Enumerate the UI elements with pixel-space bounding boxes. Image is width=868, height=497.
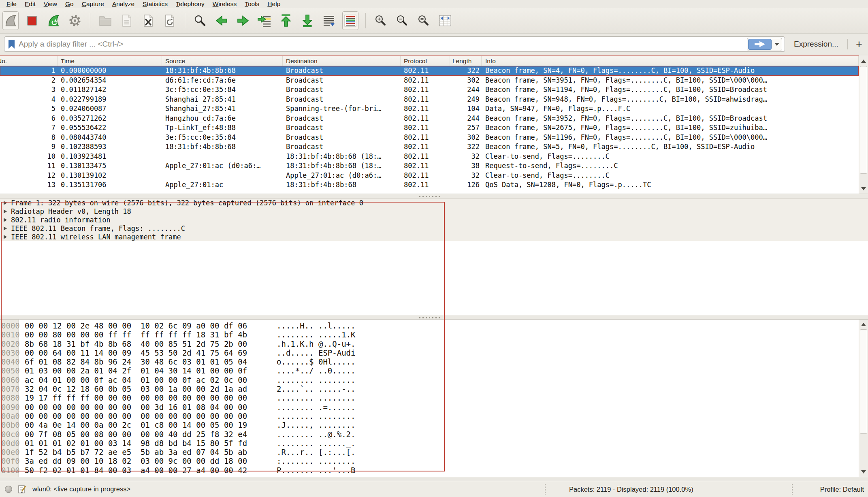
open-file-button[interactable] bbox=[97, 11, 113, 30]
zoom-out-button[interactable] bbox=[394, 11, 410, 30]
go-to-packet-button[interactable] bbox=[256, 11, 273, 30]
save-file-button[interactable] bbox=[119, 11, 135, 30]
packet-row-7[interactable]: 70.055536422Tp-LinkT_ef:48:88Broadcast80… bbox=[0, 123, 859, 133]
find-packet-button[interactable] bbox=[192, 11, 208, 30]
hex-row[interactable]: 009000 00 00 00 00 00 00 00 00 3d 16 01 … bbox=[0, 403, 859, 412]
expert-info-icon[interactable] bbox=[5, 486, 12, 493]
packet-row-4[interactable]: 40.022799189Shanghai_27:85:41Broadcast80… bbox=[0, 95, 859, 105]
menu-view[interactable]: View bbox=[40, 0, 61, 8]
menu-telephony[interactable]: Telephony bbox=[172, 0, 209, 8]
apply-filter-button[interactable] bbox=[748, 39, 772, 50]
expand-arrow-icon[interactable] bbox=[4, 226, 7, 230]
expand-arrow-icon[interactable] bbox=[4, 235, 7, 239]
hex-row[interactable]: 003000 00 64 00 11 14 00 09 45 53 50 2d … bbox=[0, 348, 859, 357]
hex-row[interactable]: 00f03a ed dd 09 00 10 18 02 03 00 9c 00 … bbox=[0, 456, 859, 465]
scroll-down-icon[interactable] bbox=[859, 185, 868, 193]
auto-scroll-button[interactable] bbox=[321, 11, 337, 30]
expression-button[interactable]: Expression... bbox=[791, 40, 841, 49]
menu-help[interactable]: Help bbox=[263, 0, 284, 8]
colorize-button[interactable] bbox=[342, 11, 358, 30]
packet-row-13[interactable]: 130.135131706Apple_27:01:ac18:31:bf:4b:8… bbox=[0, 180, 859, 190]
packet-row-10[interactable]: 100.10392348118:31:bf:4b:8b:68 (18:…802.… bbox=[0, 152, 859, 162]
hex-row[interactable]: 00c000 7f 08 05 00 08 00 00 00 00 40 dd … bbox=[0, 430, 859, 439]
hex-row[interactable]: 00208b 68 18 31 bf 4b 8b 68 40 00 85 51 … bbox=[0, 339, 859, 348]
column-header-source[interactable]: Source bbox=[162, 56, 283, 66]
go-back-button[interactable] bbox=[213, 11, 230, 30]
packet-row-6[interactable]: 60.035271262Hangzhou_cd:7a:6eBroadcast80… bbox=[0, 114, 859, 124]
scrollbar-thumb[interactable] bbox=[860, 66, 867, 174]
zoom-reset-button[interactable] bbox=[416, 11, 432, 30]
hex-row[interactable]: 007032 04 0c 12 18 60 0b 05 03 00 1a 00 … bbox=[0, 384, 859, 393]
scroll-up-icon[interactable] bbox=[859, 320, 868, 328]
detail-row[interactable]: IEEE 802.11 wireless LAN management fram… bbox=[0, 233, 868, 241]
pane-splitter[interactable] bbox=[0, 194, 868, 198]
menu-edit[interactable]: Edit bbox=[21, 0, 40, 8]
go-forward-button[interactable] bbox=[235, 11, 251, 30]
packet-row-11[interactable]: 110.130133475Apple_27:01:ac (d0:a6:…18:3… bbox=[0, 161, 859, 171]
display-filter-field[interactable] bbox=[4, 36, 785, 52]
menu-analyze[interactable]: Analyze bbox=[108, 0, 139, 8]
menu-wireless[interactable]: Wireless bbox=[209, 0, 241, 8]
comment-icon[interactable] bbox=[18, 484, 27, 494]
expand-arrow-icon[interactable] bbox=[4, 201, 7, 205]
go-to-bottom-button[interactable] bbox=[299, 11, 316, 30]
packet-row-5[interactable]: 50.024060087Shanghai_27:85:41Spanning-tr… bbox=[0, 104, 859, 114]
capture-options-button[interactable] bbox=[67, 11, 83, 30]
zoom-in-button[interactable] bbox=[373, 11, 389, 30]
stop-capture-button[interactable] bbox=[24, 11, 40, 30]
bytes-scrollbar[interactable] bbox=[859, 320, 868, 477]
hex-row[interactable]: 00d001 01 01 02 01 00 03 14 98 d8 bd b4 … bbox=[0, 439, 859, 448]
hex-row[interactable]: 000000 00 12 00 2e 48 00 00 10 02 6c 09 … bbox=[0, 321, 859, 330]
add-filter-button[interactable]: + bbox=[854, 38, 864, 51]
hex-row[interactable]: 001000 00 80 00 00 00 ff ff ff ff ff ff … bbox=[0, 330, 859, 339]
display-filter-input[interactable] bbox=[19, 40, 747, 49]
restart-capture-button[interactable] bbox=[45, 11, 62, 30]
packet-details[interactable]: Frame 1: 322 bytes on wire (2576 bits), … bbox=[0, 198, 868, 315]
expand-arrow-icon[interactable] bbox=[4, 209, 7, 213]
column-header-time[interactable]: Time bbox=[58, 56, 162, 66]
scroll-down-icon[interactable] bbox=[859, 468, 868, 476]
column-header-destination[interactable]: Destination bbox=[283, 56, 401, 66]
hex-row[interactable]: 010050 f2 02 01 01 84 00 03 a4 00 00 27 … bbox=[0, 466, 859, 475]
resize-columns-button[interactable] bbox=[437, 11, 453, 30]
packet-list-scrollbar[interactable] bbox=[859, 56, 868, 194]
packet-list-body[interactable]: 10.00000000018:31:bf:4b:8b:68Broadcast80… bbox=[0, 66, 859, 194]
column-header-length[interactable]: Length bbox=[450, 56, 482, 66]
packet-bytes-pane[interactable]: 000000 00 12 00 2e 48 00 00 10 02 6c 09 … bbox=[0, 320, 859, 477]
packet-row-2[interactable]: 20.002654354d6:61:fe:cd:7a:6eBroadcast80… bbox=[0, 76, 859, 85]
packet-row-1[interactable]: 10.00000000018:31:bf:4b:8b:68Broadcast80… bbox=[0, 66, 859, 76]
menu-file[interactable]: File bbox=[2, 0, 21, 8]
pane-splitter[interactable] bbox=[0, 315, 868, 320]
scroll-up-icon[interactable] bbox=[859, 57, 868, 65]
hex-row[interactable]: 0060ac 04 01 00 00 0f ac 04 01 00 00 0f … bbox=[0, 375, 859, 384]
column-header-no[interactable]: No. bbox=[0, 56, 58, 66]
hex-row[interactable]: 008019 17 ff ff ff 00 00 00 00 00 00 00 … bbox=[0, 393, 859, 402]
detail-row[interactable]: IEEE 802.11 Beacon frame, Flags: .......… bbox=[0, 224, 868, 233]
menu-statistics[interactable]: Statistics bbox=[139, 0, 172, 8]
reload-file-button[interactable] bbox=[162, 11, 178, 30]
menu-capture[interactable]: Capture bbox=[78, 0, 108, 8]
go-to-top-button[interactable] bbox=[278, 11, 294, 30]
detail-row[interactable]: Radiotap Header v0, Length 18 bbox=[0, 207, 868, 215]
column-header-info[interactable]: Info bbox=[482, 56, 859, 66]
scrollbar-thumb[interactable] bbox=[860, 329, 867, 434]
hex-row[interactable]: 00e01f 52 b4 b5 b7 72 ae e5 5b ab 3a ed … bbox=[0, 448, 859, 456]
bookmark-icon[interactable] bbox=[9, 40, 15, 49]
detail-row[interactable]: Frame 1: 322 bytes on wire (2576 bits), … bbox=[0, 198, 868, 207]
packet-row-12[interactable]: 120.130139102Apple_27:01:ac (d0:a6:…802.… bbox=[0, 171, 859, 181]
close-file-button[interactable] bbox=[140, 11, 156, 30]
hex-row[interactable]: 00b000 4a 0e 14 00 0a 00 2c 01 c8 00 14 … bbox=[0, 420, 859, 429]
detail-row[interactable]: 802.11 radio information bbox=[0, 215, 868, 224]
expand-arrow-icon[interactable] bbox=[4, 218, 7, 222]
menu-tools[interactable]: Tools bbox=[241, 0, 263, 8]
hex-row[interactable]: 00a000 00 00 00 00 00 00 00 00 00 00 00 … bbox=[0, 412, 859, 420]
start-capture-button[interactable] bbox=[2, 11, 19, 30]
column-header-protocol[interactable]: Protocol bbox=[401, 56, 450, 66]
menu-go[interactable]: Go bbox=[61, 0, 78, 8]
packet-row-9[interactable]: 90.10238859318:31:bf:4b:8b:68Broadcast80… bbox=[0, 142, 859, 152]
packet-row-8[interactable]: 80.0804437403e:f5:cc:0e:35:84Broadcast80… bbox=[0, 133, 859, 143]
filter-history-caret-icon[interactable] bbox=[774, 43, 779, 46]
packet-row-3[interactable]: 30.0118271423c:f5:cc:0e:35:84Broadcast80… bbox=[0, 85, 859, 95]
hex-row[interactable]: 00406f 01 08 82 84 8b 96 24 30 48 6c 03 … bbox=[0, 357, 859, 366]
hex-row[interactable]: 005001 03 00 00 2a 01 04 2f 01 04 30 14 … bbox=[0, 366, 859, 375]
